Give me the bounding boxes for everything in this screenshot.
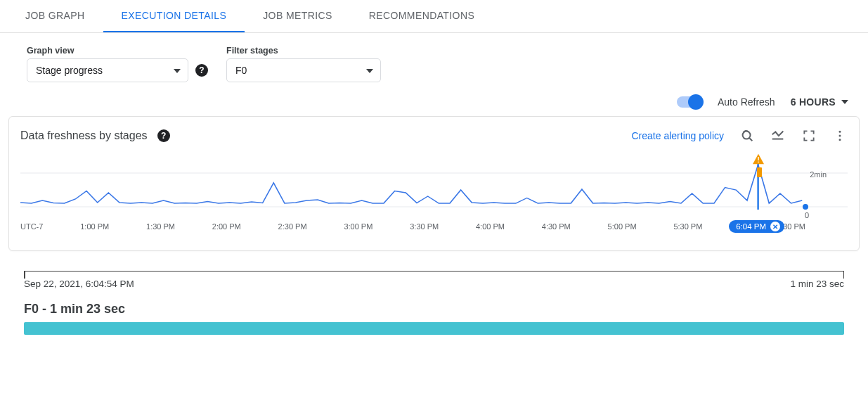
- x-tick: 4:30 PM: [542, 222, 571, 231]
- svg-point-4: [839, 135, 841, 137]
- x-axis: UTC-7 1:00 PM 1:30 PM 2:00 PM 2:30 PM 3:…: [20, 222, 805, 231]
- x-tick: 1:30 PM: [146, 222, 175, 231]
- selected-time: 6:04 PM: [736, 222, 766, 231]
- filter-stages-value: F0: [235, 65, 247, 76]
- filter-stages-label: Filter stages: [226, 46, 381, 56]
- warning-icon[interactable]: [752, 153, 765, 167]
- x-tick: 2:00 PM: [212, 222, 241, 231]
- warning-marker: [757, 167, 762, 177]
- auto-refresh-label: Auto Refresh: [718, 96, 775, 108]
- card-title: Data freshness by stages: [20, 129, 148, 142]
- detail-row: Sep 22, 2021, 6:04:54 PM 1 min 23 sec: [24, 279, 844, 289]
- filters-row: Graph view Stage progress ? Filter stage…: [0, 33, 868, 89]
- chevron-down-icon: [366, 69, 373, 73]
- card-actions: Create alerting policy: [631, 128, 848, 143]
- end-point-marker: [803, 204, 808, 210]
- tab-recommendations[interactable]: RECOMMENDATIONS: [351, 0, 493, 32]
- x-tick: 4:00 PM: [476, 222, 505, 231]
- x-tick: 1:00 PM: [80, 222, 109, 231]
- tab-job-graph[interactable]: JOB GRAPH: [7, 0, 103, 32]
- time-bracket: [24, 271, 844, 272]
- auto-refresh-toggle[interactable]: [677, 96, 702, 108]
- graph-view-value: Stage progress: [36, 65, 103, 76]
- selected-time-pill[interactable]: 6:04 PM ✕: [729, 220, 784, 233]
- graph-view-label: Graph view: [27, 46, 208, 56]
- stage-detail: Sep 22, 2021, 6:04:54 PM 1 min 23 sec F0…: [24, 271, 844, 335]
- time-range-selector[interactable]: 6 HOURS: [791, 96, 848, 108]
- tab-job-metrics[interactable]: JOB METRICS: [245, 0, 351, 32]
- graph-view-controls: Stage progress ?: [27, 58, 208, 82]
- detail-timestamp: Sep 22, 2021, 6:04:54 PM: [24, 279, 134, 289]
- freshness-card: Data freshness by stages ? Create alerti…: [8, 116, 860, 251]
- range-label: 6 HOURS: [791, 96, 836, 108]
- y-axis-bottom: 0: [805, 211, 809, 219]
- svg-rect-6: [758, 157, 758, 160]
- chevron-down-icon: [841, 100, 848, 104]
- svg-line-1: [749, 138, 752, 141]
- fullscreen-icon[interactable]: [801, 128, 817, 143]
- graph-view-group: Graph view Stage progress ?: [27, 46, 208, 82]
- legend-icon[interactable]: [770, 128, 786, 143]
- x-tick: 3:30 PM: [410, 222, 439, 231]
- x-tz: UTC-7: [20, 222, 43, 231]
- help-icon[interactable]: ?: [157, 129, 170, 142]
- tabs: JOB GRAPH EXECUTION DETAILS JOB METRICS …: [0, 0, 868, 33]
- svg-point-3: [839, 131, 841, 133]
- graph-view-select[interactable]: Stage progress: [27, 58, 188, 82]
- y-axis-top: 2min: [810, 170, 827, 179]
- x-tick: 2:30 PM: [278, 222, 307, 231]
- tab-execution-details[interactable]: EXECUTION DETAILS: [103, 0, 245, 32]
- svg-rect-7: [758, 162, 758, 162]
- close-icon[interactable]: ✕: [770, 222, 780, 231]
- toggle-knob: [688, 94, 704, 110]
- svg-point-5: [839, 139, 841, 141]
- filter-stages-group: Filter stages F0: [226, 46, 381, 82]
- x-tick: 3:00 PM: [344, 222, 373, 231]
- chevron-down-icon: [174, 69, 181, 73]
- line-chart: [20, 160, 848, 210]
- x-tick: 5:30 PM: [673, 222, 702, 231]
- reset-zoom-icon[interactable]: [739, 128, 755, 143]
- more-icon[interactable]: [832, 128, 848, 143]
- stage-progress-bar: [24, 322, 844, 335]
- range-row: Auto Refresh 6 HOURS: [0, 89, 868, 116]
- stage-title: F0 - 1 min 23 sec: [24, 302, 844, 317]
- x-tick: 5:00 PM: [608, 222, 637, 231]
- chart-area[interactable]: 2min 0 UTC-7 1:00 PM 1:30 PM 2:00 PM 2:3…: [20, 160, 848, 245]
- card-header: Data freshness by stages ? Create alerti…: [20, 128, 848, 143]
- filter-stages-select[interactable]: F0: [226, 58, 381, 82]
- help-icon[interactable]: ?: [195, 64, 208, 77]
- card-header-left: Data freshness by stages ?: [20, 129, 170, 142]
- create-alert-link[interactable]: Create alerting policy: [631, 130, 724, 141]
- detail-value: 1 min 23 sec: [790, 279, 844, 289]
